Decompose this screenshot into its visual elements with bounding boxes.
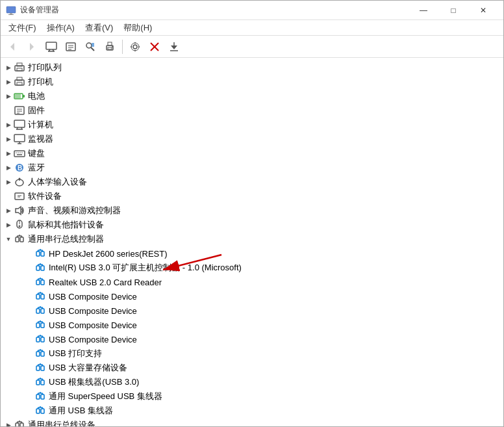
svg-rect-143 [36, 409, 40, 413]
content-area: ▶ 打印队列 ▶ 打印机 ▶ [1, 58, 503, 426]
expander-mouse[interactable]: ▶ [3, 220, 14, 230]
expander-keyboard[interactable]: ▶ [3, 148, 14, 159]
toolbar-settings-btn[interactable] [126, 38, 144, 55]
expander-usb-serial[interactable]: ▶ [3, 420, 14, 426]
svg-rect-73 [20, 237, 23, 242]
tree-item-usb-composite-4[interactable]: ▶ USB Composite Device [1, 332, 503, 346]
icon-usb-storage [34, 362, 46, 374]
menu-help[interactable]: 帮助(H) [118, 21, 157, 35]
tree-item-audio[interactable]: ▶ 声音、视频和游戏控制器 [1, 203, 503, 218]
icon-monitor [14, 133, 25, 145]
icon-software [14, 190, 25, 202]
label-hid: 人体学输入设备 [28, 176, 87, 188]
tree-item-usb-storage[interactable]: ▶ USB 大容量存储设备 [1, 361, 503, 375]
expander-audio[interactable]: ▶ [3, 205, 14, 216]
menu-action[interactable]: 操作(A) [42, 21, 80, 35]
tree-item-usb-composite-2[interactable]: ▶ USB Composite Device [1, 304, 503, 318]
tree-item-intel-usb3[interactable]: ▶ Intel(R) USB 3.0 可扩展主机控制器 - 1.0 (Micro… [1, 261, 503, 275]
svg-rect-0 [6, 6, 16, 13]
tree-item-usb-print[interactable]: ▶ USB 打印支持 [1, 346, 503, 361]
menubar: 文件(F) 操作(A) 查看(V) 帮助(H) [1, 20, 503, 36]
label-firmware: 固件 [28, 105, 45, 116]
back-button[interactable] [3, 38, 21, 55]
label-usb-composite-3: USB Composite Device [49, 320, 137, 330]
label-print-queue: 打印队列 [28, 62, 62, 73]
toolbar-print-btn[interactable] [101, 38, 119, 55]
tree-item-monitor[interactable]: ▶ 监视器 [1, 132, 503, 146]
svg-rect-89 [36, 280, 40, 285]
toolbar-list-btn[interactable] [62, 38, 80, 55]
tree-item-usb-hub[interactable]: ▶ 通用 USB 集线器 [1, 404, 503, 418]
tree-item-realtek[interactable]: ▶ Realtek USB 2.0 Card Reader [1, 275, 503, 289]
expander-hid[interactable]: ▶ [3, 177, 14, 187]
label-usb-hub: 通用 USB 集线器 [49, 405, 113, 417]
expander-bluetooth[interactable]: ▶ [3, 162, 14, 173]
tree-item-usb-hub-root[interactable]: ▶ USB 根集线器(USB 3.0) [1, 375, 503, 389]
tree-item-battery[interactable]: ▶ 电池 [1, 89, 503, 103]
toolbar-download-btn[interactable] [165, 38, 183, 55]
window-title: 设备管理器 [20, 5, 59, 16]
tree-item-computer[interactable]: ▶ 计算机 [1, 118, 503, 132]
svg-rect-83 [36, 266, 40, 270]
maximize-button[interactable]: □ [438, 1, 468, 20]
expander-printer[interactable]: ▶ [3, 77, 14, 87]
svg-rect-127 [41, 366, 44, 370]
svg-point-63 [19, 178, 21, 180]
tree-item-keyboard[interactable]: ▶ 键盘 [1, 146, 503, 161]
tree-item-firmware[interactable]: ▶ 固件 [1, 103, 503, 118]
tree-item-usb-composite-3[interactable]: ▶ USB Composite Device [1, 318, 503, 332]
svg-text:B: B [18, 164, 22, 172]
label-software: 软件设备 [28, 190, 62, 202]
label-monitor: 监视器 [28, 133, 53, 145]
icon-usb-c3 [34, 319, 46, 331]
svg-rect-71 [16, 237, 19, 242]
expander-usb-controller[interactable]: ▼ [3, 234, 14, 244]
icon-usb-serial [14, 419, 25, 426]
toolbar-separator-1 [122, 40, 123, 54]
minimize-button[interactable]: — [409, 1, 438, 20]
svg-marker-67 [16, 207, 21, 214]
label-keyboard: 键盘 [28, 148, 45, 159]
tree-item-hid[interactable]: ▶ 人体学输入设备 [1, 175, 503, 189]
label-usb-storage: USB 大容量存储设备 [49, 362, 127, 374]
toolbar-search-btn[interactable] [81, 38, 99, 55]
tree-item-usb-composite-1[interactable]: ▶ USB Composite Device [1, 289, 503, 304]
svg-rect-64 [15, 193, 24, 200]
toolbar-remove-btn[interactable] [145, 38, 164, 55]
expander-computer[interactable]: ▶ [3, 120, 14, 130]
tree-item-usb-controller[interactable]: ▼ 通用串行总线控制器 [1, 232, 503, 246]
svg-line-14 [91, 47, 94, 51]
label-usb-composite-2: USB Composite Device [49, 306, 137, 316]
tree-item-hp-deskjet[interactable]: ▶ HP DeskJet 2600 series(REST) [1, 246, 503, 261]
expander-print-queue[interactable]: ▶ [3, 62, 14, 73]
tree-item-printer[interactable]: ▶ 打印机 [1, 75, 503, 89]
tree-item-usb-serial[interactable]: ▶ 通用串行总线设备 [1, 418, 503, 426]
icon-keyboard [14, 148, 25, 159]
close-button[interactable]: ✕ [468, 1, 498, 20]
icon-firmware [14, 105, 25, 116]
icon-computer [14, 119, 25, 131]
label-usb-serial: 通用串行总线设备 [28, 419, 95, 426]
menu-file[interactable]: 文件(F) [3, 21, 42, 35]
menu-view[interactable]: 查看(V) [80, 21, 118, 35]
svg-rect-133 [41, 380, 44, 385]
forward-button[interactable] [23, 38, 41, 55]
svg-rect-53 [14, 151, 25, 157]
title-bar: 设备管理器 — □ ✕ [1, 1, 503, 20]
tree-item-print-queue[interactable]: ▶ 打印队列 [1, 60, 503, 75]
label-usb-composite-4: USB Composite Device [49, 335, 137, 344]
expander-battery[interactable]: ▶ [3, 91, 14, 101]
expander-monitor[interactable]: ▶ [3, 134, 14, 144]
svg-point-13 [86, 43, 92, 48]
svg-point-21 [112, 46, 113, 47]
tree-item-software[interactable]: ▶ 软件设备 [1, 189, 503, 203]
svg-rect-79 [41, 252, 44, 256]
tree-item-mouse[interactable]: ▶ 鼠标和其他指针设备 [1, 218, 503, 232]
svg-rect-20 [108, 47, 112, 49]
tree-item-bluetooth[interactable]: ▶ B 蓝牙 [1, 161, 503, 175]
toolbar-computer-btn[interactable] [42, 38, 60, 55]
tree-item-usb-superspeed[interactable]: ▶ 通用 SuperSpeed USB 集线器 [1, 389, 503, 404]
icon-usb-print [34, 348, 46, 359]
svg-rect-103 [41, 309, 44, 313]
device-tree[interactable]: ▶ 打印队列 ▶ 打印机 ▶ [1, 58, 503, 426]
